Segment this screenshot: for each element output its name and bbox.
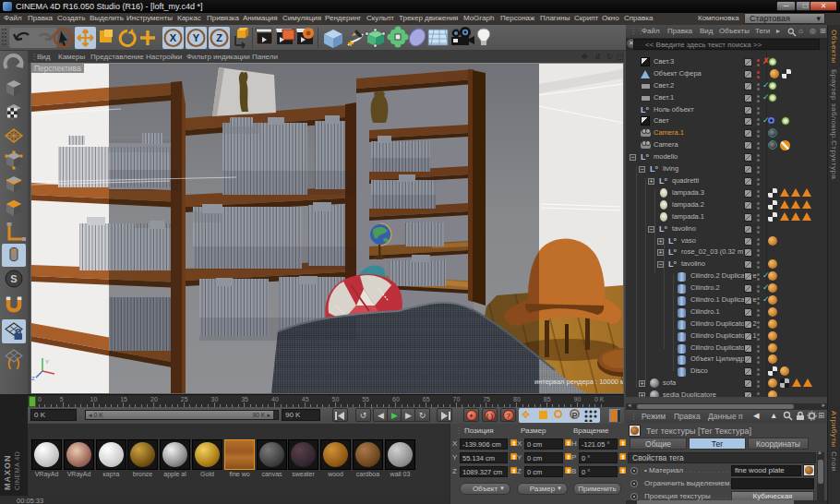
svg-text:Z: Z <box>31 376 35 381</box>
svg-text:Y: Y <box>193 32 200 43</box>
svg-text:Z: Z <box>216 32 222 43</box>
svg-text:X: X <box>170 32 177 43</box>
svg-text:S: S <box>10 273 17 284</box>
svg-text:Y: Y <box>45 359 49 365</box>
svg-text:интервал рендера : 10000 мс: интервал рендера : 10000 мс <box>534 378 623 386</box>
